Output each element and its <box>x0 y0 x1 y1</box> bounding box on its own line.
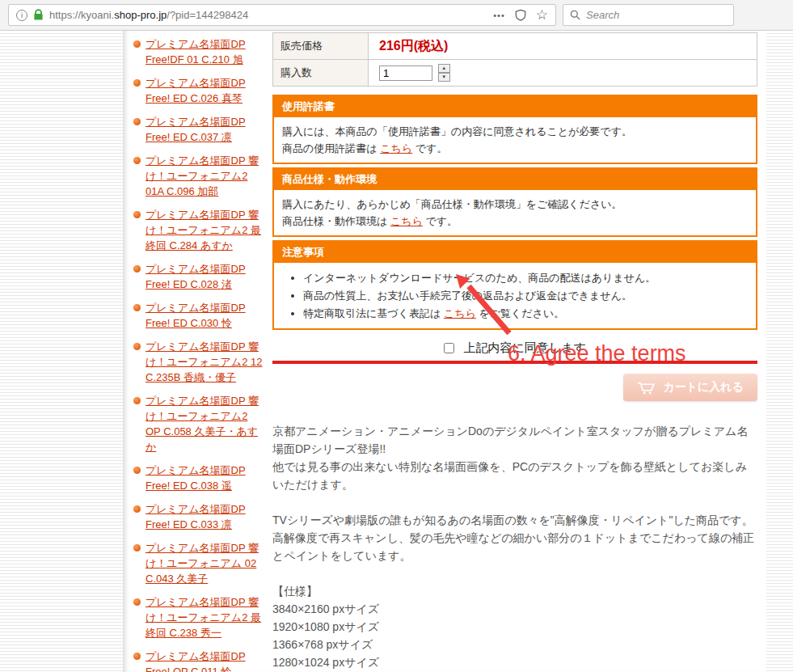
section-header: 商品仕様・動作環境 <box>274 169 756 190</box>
sidebar-item[interactable]: プレミアム名場面DP Free! ED C.037 凛 <box>133 114 265 145</box>
page-actions-icon[interactable]: ••• <box>493 11 505 20</box>
cart-button-label: カートに入れる <box>663 380 744 395</box>
spec-env-line2: 商品仕様・動作環境は こちら です。 <box>282 213 748 230</box>
bullet-icon <box>133 505 141 513</box>
note-item: インターネットダウンロードサービスのため、商品の配送はありません。 <box>303 269 748 286</box>
sidebar-item-link[interactable]: プレミアム名場面DP Free! ED C.037 凛 <box>146 114 265 145</box>
stepper-up-icon[interactable]: ▲ <box>438 64 450 73</box>
url-bar[interactable]: i https://kyoani.shop-pro.jp/?pid=144298… <box>8 4 556 26</box>
section-body: 購入にあたり、あらかじめ「商品仕様・動作環境」をご確認ください。 商品仕様・動作… <box>274 190 756 235</box>
bullet-icon <box>133 343 141 350</box>
bullet-icon <box>133 304 141 311</box>
agree-row: 上記内容に同意します <box>272 340 757 356</box>
bullet-icon <box>133 397 141 404</box>
sidebar-item-link[interactable]: プレミアム名場面DP Free! ED C.028 渚 <box>146 261 265 292</box>
bullet-icon <box>133 598 141 606</box>
section-header: 注意事項 <box>274 242 756 263</box>
sidebar-item-link[interactable]: プレミアム名場面DP Free! ED C.030 怜 <box>146 300 265 331</box>
sidebar-item[interactable]: プレミアム名場面DP 響け！ユーフォニアム2 12 C.235B 香織・優子 <box>133 339 265 385</box>
description-paragraph: 京都アニメーション・アニメーションDoのデジタルペイント室スタッフが贈るプレミア… <box>272 422 757 493</box>
license-line2: 商品の使用許諾書は こちら です。 <box>282 140 748 157</box>
bullet-icon <box>133 157 141 164</box>
bullet-icon <box>133 40 141 48</box>
sidebar-item[interactable]: プレミアム名場面DP Free! ED C.026 真琴 <box>133 75 265 106</box>
spec-env-section: 商品仕様・動作環境 購入にあたり、あらかじめ「商品仕様・動作環境」をご確認くださ… <box>272 167 757 237</box>
quantity-stepper: ▲ ▼ <box>438 64 450 82</box>
price-label: 販売価格 <box>273 33 369 60</box>
product-description: 京都アニメーション・アニメーションDoのデジタルペイント室スタッフが贈るプレミア… <box>272 422 757 672</box>
sidebar-item[interactable]: プレミアム名場面DP Free!DF 01 C.210 旭 <box>133 36 265 67</box>
quantity-label: 購入数 <box>273 60 369 87</box>
bullet-icon <box>133 211 141 218</box>
bullet-icon <box>133 653 141 660</box>
sidebar-item[interactable]: プレミアム名場面DP Free! ED C.038 遥 <box>133 463 265 493</box>
legal-notation-link[interactable]: こちら <box>444 307 476 319</box>
cart-icon <box>637 381 656 395</box>
section-header: 使用許諾書 <box>274 96 756 117</box>
sidebar-item-link[interactable]: プレミアム名場面DP Free!DF 01 C.210 旭 <box>146 36 265 67</box>
sidebar-item-link[interactable]: プレミアム名場面DP Free! ED C.033 凛 <box>146 501 265 532</box>
agree-checkbox[interactable] <box>444 343 454 353</box>
bullet-icon <box>133 265 141 273</box>
url-text[interactable]: https://kyoani.shop-pro.jp/?pid=14429842… <box>49 9 248 21</box>
spec-env-link[interactable]: こちら <box>390 215 423 227</box>
section-body: 購入には、本商品の「使用許諾書」の内容に同意されることが必要です。 商品の使用許… <box>274 117 756 163</box>
lock-icon <box>33 9 44 21</box>
annotation-underline <box>272 361 757 364</box>
sidebar-item-link[interactable]: プレミアム名場面DP 響け！ユーフォニアム2 最終回 C.238 秀一 <box>146 594 265 640</box>
sidebar-item[interactable]: プレミアム名場面DP Free! ED C.028 渚 <box>133 261 265 292</box>
sidebar-item[interactable]: プレミアム名場面DP Free! ED C.033 凛 <box>133 501 265 532</box>
sidebar-item-link[interactable]: プレミアム名場面DP Free! ED C.026 真琴 <box>146 75 265 106</box>
sidebar-item-link[interactable]: プレミアム名場面DP 響け！ユーフォニアム2 01A C.096 加部 <box>146 153 265 199</box>
bullet-icon <box>133 79 141 87</box>
bookmark-star-icon[interactable]: ☆ <box>536 8 548 22</box>
sidebar-item-link[interactable]: プレミアム名場面DP 響け！ユーフォニアム2 12 C.235B 香織・優子 <box>146 339 265 385</box>
content-area: プレミアム名場面DP Free!DF 01 C.210 旭 プレミアム名場面DP… <box>123 31 766 672</box>
stepper-down-icon[interactable]: ▼ <box>438 73 450 82</box>
page-background: プレミアム名場面DP Free!DF 01 C.210 旭 プレミアム名場面DP… <box>0 31 793 672</box>
license-line1: 購入には、本商品の「使用許諾書」の内容に同意されることが必要です。 <box>282 123 748 140</box>
search-placeholder: Search <box>586 9 619 21</box>
product-detail: 販売価格 216円(税込) 購入数 ▲ ▼ 使用許諾書 <box>272 32 757 672</box>
bullet-icon <box>133 118 141 125</box>
sidebar-item-link[interactable]: プレミアム名場面DP Free! ED C.038 遥 <box>146 463 265 493</box>
section-body: インターネットダウンロードサービスのため、商品の配送はありません。 商品の性質上… <box>274 263 756 328</box>
search-input[interactable]: Search <box>563 4 734 26</box>
agree-label: 上記内容に同意します <box>463 340 585 354</box>
cart-row: カートに入れる <box>272 374 757 401</box>
sidebar-item-link[interactable]: プレミアム名場面DP Free! OP C.011 怜 <box>146 649 265 672</box>
sidebar-product-list: プレミアム名場面DP Free!DF 01 C.210 旭 プレミアム名場面DP… <box>123 34 268 672</box>
sidebar-item[interactable]: プレミアム名場面DP 響け！ユーフォニアム2 OP C.058 久美子・あすか <box>133 393 265 454</box>
table-row: 購入数 ▲ ▼ <box>273 60 757 87</box>
description-paragraph: TVシリーズや劇場版の誰もが知るあの名場面の数々を"高解像度・リペイント"した商… <box>272 511 757 564</box>
sidebar-item-link[interactable]: プレミアム名場面DP 響け！ユーフォニアム2 最終回 C.284 あすか <box>146 207 265 253</box>
license-link[interactable]: こちら <box>380 142 412 154</box>
sidebar-item[interactable]: プレミアム名場面DP 響け！ユーフォニアム 02 C.043 久美子 <box>133 540 265 586</box>
notes-section: 注意事項 インターネットダウンロードサービスのため、商品の配送はありません。 商… <box>272 240 757 330</box>
quantity-input[interactable] <box>379 66 432 81</box>
sidebar-item[interactable]: プレミアム名場面DP 響け！ユーフォニアム2 01A C.096 加部 <box>133 153 265 199</box>
sidebar-item[interactable]: プレミアム名場面DP 響け！ユーフォニアム2 最終回 C.238 秀一 <box>133 594 265 640</box>
page-info-icon[interactable]: i <box>16 10 27 21</box>
price-value: 216円(税込) <box>379 39 448 53</box>
sidebar-item[interactable]: プレミアム名場面DP Free! ED C.030 怜 <box>133 300 265 331</box>
spec-list: 【仕様】 3840×2160 pxサイズ 1920×1080 pxサイズ 136… <box>272 582 757 672</box>
sidebar-item-link[interactable]: プレミアム名場面DP 響け！ユーフォニアム2 OP C.058 久美子・あすか <box>146 393 265 454</box>
sidebar-item-link[interactable]: プレミアム名場面DP 響け！ユーフォニアム 02 C.043 久美子 <box>146 540 265 586</box>
sidebar-item[interactable]: プレミアム名場面DP Free! OP C.011 怜 <box>133 649 265 672</box>
search-icon <box>570 10 580 20</box>
table-row: 販売価格 216円(税込) <box>273 33 757 60</box>
spec-env-line1: 購入にあたり、あらかじめ「商品仕様・動作環境」をご確認ください。 <box>282 196 748 213</box>
bullet-icon <box>133 467 141 474</box>
bullet-icon <box>133 544 141 552</box>
note-item: 特定商取引法に基づく表記は こちら をご覧ください。 <box>303 305 748 322</box>
purchase-table: 販売価格 216円(税込) 購入数 ▲ ▼ <box>272 32 757 87</box>
note-item: 商品の性質上、お支払い手続完了後の返品および返金はできません。 <box>303 287 748 304</box>
license-section: 使用許諾書 購入には、本商品の「使用許諾書」の内容に同意されることが必要です。 … <box>272 95 757 164</box>
add-to-cart-button[interactable]: カートに入れる <box>623 374 757 401</box>
shield-icon[interactable] <box>515 9 526 21</box>
browser-toolbar: i https://kyoani.shop-pro.jp/?pid=144298… <box>0 0 793 31</box>
sidebar-item[interactable]: プレミアム名場面DP 響け！ユーフォニアム2 最終回 C.284 あすか <box>133 207 265 253</box>
